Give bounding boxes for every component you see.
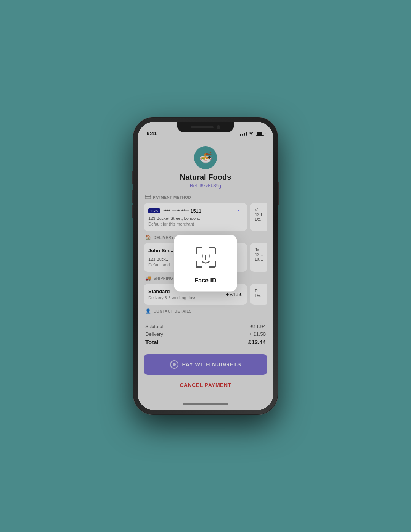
face-id-modal: Face ID	[174, 235, 237, 292]
face-id-icon	[192, 244, 219, 271]
camera	[217, 125, 220, 129]
phone-device: 9:41	[133, 117, 278, 415]
speaker	[191, 126, 214, 128]
phone-screen: 9:41	[138, 122, 273, 410]
face-id-label: Face ID	[195, 277, 217, 284]
notch	[177, 122, 234, 132]
